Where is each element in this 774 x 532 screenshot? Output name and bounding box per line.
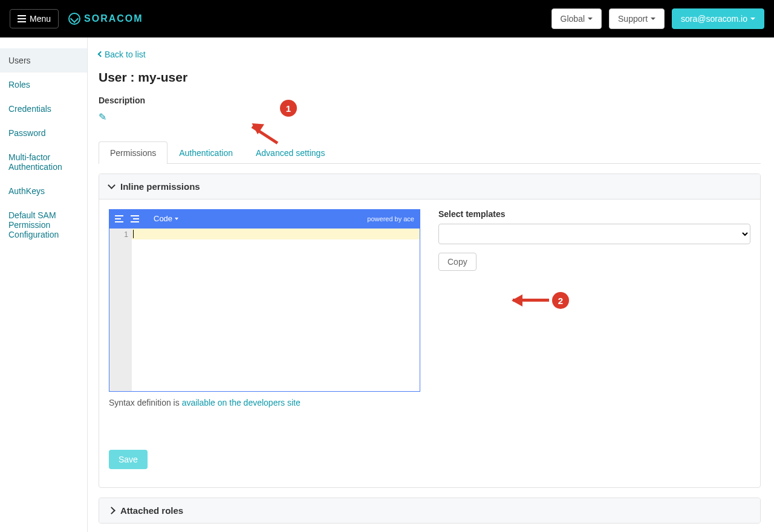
- brand[interactable]: SORACOM: [68, 13, 143, 25]
- sidebar-item-credentials[interactable]: Credentials: [0, 97, 87, 121]
- syntax-note: Syntax definition is available on the de…: [109, 398, 420, 407]
- inline-permissions-panel: Inline permissions Code powered by: [99, 174, 761, 488]
- template-column: Select templates Copy: [438, 209, 750, 469]
- tab-label: Authentication: [179, 148, 233, 158]
- annotation-arrow-2: [513, 299, 549, 302]
- account-dropdown[interactable]: sora@soracom.io: [672, 8, 764, 29]
- code-label: Code: [154, 214, 172, 223]
- gutter-line-number: 1: [109, 230, 128, 239]
- tab-label: Advanced settings: [256, 148, 325, 158]
- sidebar-item-authkeys[interactable]: AuthKeys: [0, 179, 87, 203]
- annotation-badge-2: 2: [552, 292, 569, 309]
- brand-text: SORACOM: [84, 13, 143, 24]
- account-label: sora@soracom.io: [681, 14, 747, 24]
- sidebar-item-mfa[interactable]: Multi-factor Authentication: [0, 145, 87, 179]
- sidebar-item-label: Credentials: [8, 104, 51, 114]
- back-to-list-link[interactable]: Back to list: [99, 50, 146, 59]
- editor-active-line: [132, 229, 420, 239]
- caret-down-icon: [588, 18, 593, 20]
- indent-right-icon[interactable]: [131, 215, 139, 222]
- editor-content[interactable]: [132, 229, 420, 391]
- chevron-down-icon: [108, 181, 115, 189]
- sidebar-item-label: Multi-factor Authentication: [8, 152, 62, 172]
- attached-roles-panel: Attached roles: [99, 498, 761, 524]
- tabs: Permissions Authentication Advanced sett…: [99, 141, 761, 164]
- global-label: Global: [561, 14, 585, 24]
- caret-down-icon: [175, 218, 178, 220]
- layout: Users Roles Credentials Password Multi-f…: [0, 37, 774, 532]
- sidebar-item-users[interactable]: Users: [0, 48, 87, 73]
- tab-permissions[interactable]: Permissions: [99, 141, 167, 164]
- topbar: Menu SORACOM Global Support sora@soracom…: [0, 0, 774, 37]
- topbar-left: Menu SORACOM: [10, 9, 143, 28]
- sidebar-item-default-sam[interactable]: Default SAM Permission Configuration: [0, 203, 87, 247]
- hamburger-icon: [18, 15, 26, 22]
- back-link-text: Back to list: [105, 50, 146, 59]
- annotation-arrow-1: [252, 125, 282, 128]
- code-dropdown[interactable]: Code: [154, 214, 178, 223]
- sidebar-item-label: Roles: [8, 80, 30, 89]
- sidebar-item-label: Users: [8, 56, 31, 65]
- sidebar-item-password[interactable]: Password: [0, 121, 87, 145]
- annotation-badge-1: 1: [280, 100, 297, 117]
- editor-block: Code powered by ace 1: [109, 209, 420, 469]
- topbar-right: Global Support sora@soracom.io: [551, 8, 764, 29]
- sidebar: Users Roles Credentials Password Multi-f…: [0, 37, 88, 532]
- indent-left-icon[interactable]: [115, 215, 123, 222]
- caret-down-icon: [750, 18, 755, 20]
- menu-button[interactable]: Menu: [10, 9, 59, 28]
- content: Back to list User : my-user Description …: [88, 37, 774, 532]
- support-label: Support: [618, 14, 648, 24]
- page-title: User : my-user: [99, 70, 761, 85]
- tab-authentication[interactable]: Authentication: [167, 141, 244, 164]
- save-button[interactable]: Save: [109, 450, 148, 469]
- description-label: Description: [99, 96, 761, 105]
- inline-permissions-body: Code powered by ace 1: [99, 199, 760, 487]
- caret-down-icon: [651, 18, 655, 20]
- powered-by-ace: powered by ace: [367, 215, 414, 222]
- brand-logo-icon: [68, 13, 80, 25]
- sidebar-item-label: AuthKeys: [8, 186, 45, 196]
- inline-permissions-header[interactable]: Inline permissions: [99, 174, 760, 199]
- global-dropdown[interactable]: Global: [551, 8, 602, 29]
- sidebar-item-roles[interactable]: Roles: [0, 73, 87, 97]
- select-templates-label: Select templates: [438, 209, 750, 219]
- sidebar-item-label: Password: [8, 128, 45, 138]
- tab-advanced-settings[interactable]: Advanced settings: [244, 141, 336, 164]
- support-dropdown[interactable]: Support: [609, 8, 665, 29]
- syntax-note-link[interactable]: available on the developers site: [182, 398, 301, 407]
- attached-roles-header[interactable]: Attached roles: [99, 498, 760, 523]
- syntax-note-prefix: Syntax definition is: [109, 398, 182, 407]
- panel-title: Attached roles: [120, 505, 183, 516]
- edit-description-icon[interactable]: ✎: [99, 111, 106, 123]
- template-select[interactable]: [438, 224, 750, 244]
- chevron-right-icon: [108, 507, 115, 514]
- chevron-left-icon: [98, 51, 104, 57]
- editor-gutter: 1: [109, 229, 132, 391]
- code-editor[interactable]: 1: [109, 229, 420, 392]
- tab-label: Permissions: [110, 148, 156, 158]
- panel-title: Inline permissions: [120, 181, 200, 192]
- sidebar-item-label: Default SAM Permission Configuration: [8, 210, 59, 239]
- editor-toolbar: Code powered by ace: [109, 209, 420, 229]
- copy-button[interactable]: Copy: [438, 253, 476, 271]
- menu-label: Menu: [30, 14, 51, 24]
